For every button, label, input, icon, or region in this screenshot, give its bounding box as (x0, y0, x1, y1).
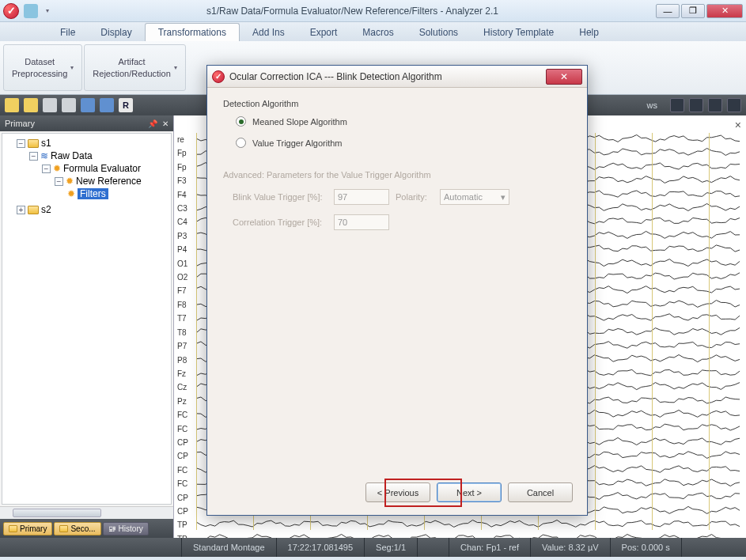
tree-node-s2[interactable]: +s2 (4, 203, 169, 216)
pin-icon[interactable]: 📌 (148, 119, 157, 128)
tree-node-new-reference[interactable]: −✹New Reference (4, 175, 169, 187)
sidebar-tab-primary[interactable]: Primary (3, 522, 52, 535)
cancel-button[interactable]: Cancel (508, 482, 573, 502)
folder-icon (9, 525, 17, 532)
toolbar-icon[interactable] (670, 98, 684, 112)
ribbon-artifact-rejection[interactable]: Artifact Rejection/Reduction▾ (84, 44, 185, 91)
toolbar-text: ws (647, 100, 657, 110)
chevron-down-icon: ▾ (174, 64, 177, 71)
dialog-ocular-correction: ✓ Ocular Correction ICA --- Blink Detect… (206, 65, 588, 516)
tab-solutions[interactable]: Solutions (407, 24, 471, 41)
folder-icon (59, 525, 68, 532)
zoom-in-icon[interactable] (43, 98, 57, 112)
maximize-button[interactable]: ❐ (681, 4, 705, 18)
sidebar-tabs: Primary Seco... 🖳History (0, 519, 173, 538)
gear-icon: ✹ (66, 176, 74, 187)
window-title: s1/Raw Data/Formula Evaluator/New Refere… (49, 6, 656, 17)
zoom-out-icon[interactable] (62, 98, 76, 112)
ribbon-dataset-preprocessing[interactable]: Dataset Preprocessing▾ (3, 44, 82, 91)
dialog-title: Ocular Correction ICA --- Blink Detectio… (229, 71, 546, 82)
dialog-close-button[interactable]: ✕ (546, 69, 582, 85)
toolbar-icon[interactable] (81, 98, 95, 112)
radio-icon[interactable] (236, 116, 246, 127)
toolbar-icon[interactable] (727, 98, 741, 112)
status-spacer (0, 538, 182, 557)
status-segment: Seg:1/1 (365, 538, 418, 557)
tab-help[interactable]: Help (566, 24, 612, 41)
advanced-title: Advanced: Parameters for the Value Trigg… (223, 170, 571, 180)
tab-display[interactable]: Display (88, 24, 144, 41)
sidebar-title: Primary (5, 119, 35, 128)
channel-labels: reFpFpF3F4C3C4P3P4O1O2F7F8T7T8P7P8FzCzPz… (177, 133, 188, 538)
blink-trigger-label: Blink Value Trigger [%]: (233, 192, 328, 202)
advanced-section: Advanced: Parameters for the Value Trigg… (223, 170, 571, 230)
close-icon[interactable]: ✕ (162, 119, 169, 128)
tab-file[interactable]: File (47, 24, 88, 41)
tree-node-rawdata[interactable]: −≋Raw Data (4, 149, 169, 162)
app-logo-icon: ✓ (212, 70, 225, 83)
expand-icon[interactable]: + (17, 206, 25, 214)
dialog-titlebar[interactable]: ✓ Ocular Correction ICA --- Blink Detect… (207, 66, 587, 88)
toolbar-icon[interactable] (708, 98, 722, 112)
eeg-close-icon[interactable]: × (735, 119, 741, 131)
toolbar-icon[interactable] (24, 98, 38, 112)
radio-meaned-slope[interactable]: Meaned Slope Algorithm (236, 116, 571, 127)
sidebar-tab-history[interactable]: 🖳History (103, 522, 149, 535)
radio-value-trigger[interactable]: Value Trigger Algorithm (236, 138, 571, 148)
ribbon-label: Artifact Rejection/Reduction (93, 56, 170, 79)
close-button[interactable]: ✕ (706, 4, 743, 18)
tree-node-formula-evaluator[interactable]: −✹Formula Evaluator (4, 162, 169, 175)
radio-label: Meaned Slope Algorithm (252, 117, 347, 127)
dialog-buttons: < Previous Next > Cancel (365, 482, 573, 502)
status-spacer (418, 538, 449, 557)
collapse-icon[interactable]: − (17, 139, 25, 148)
tab-transformations[interactable]: Transformations (145, 23, 240, 41)
tab-history-template[interactable]: History Template (471, 24, 566, 41)
tab-macros[interactable]: Macros (350, 24, 406, 41)
collapse-icon[interactable]: − (42, 165, 51, 173)
window-titlebar: ✓ ▾ s1/Raw Data/Formula Evaluator/New Re… (0, 0, 746, 22)
toolbar-r-icon[interactable]: R (119, 98, 133, 112)
history-icon: 🖳 (108, 524, 116, 533)
tab-export[interactable]: Export (297, 24, 350, 41)
correlation-trigger-label: Correlation Trigger [%]: (233, 218, 328, 227)
status-montage: Standard Montage (182, 538, 277, 557)
status-time: 17:22:17.081495 (277, 538, 365, 557)
tree-node-filters[interactable]: ✹Filters (4, 187, 169, 200)
radio-label: Value Trigger Algorithm (252, 138, 343, 148)
minimize-button[interactable]: — (656, 4, 680, 18)
collapse-icon[interactable]: − (29, 152, 38, 161)
window-controls: — ❐ ✕ (656, 4, 743, 18)
tree-node-s1[interactable]: −s1 (4, 137, 169, 149)
sidebar: Primary 📌 ✕ −s1 −≋Raw Data −✹Formula Eva… (0, 115, 174, 538)
toolbar-icon[interactable] (5, 98, 19, 112)
sidebar-header: Primary 📌 ✕ (0, 115, 173, 131)
blink-trigger-input (334, 189, 389, 205)
gear-icon: ✹ (67, 188, 75, 199)
correlation-trigger-input (334, 214, 389, 230)
next-button[interactable]: Next > (437, 482, 502, 502)
sidebar-tab-secondary[interactable]: Seco... (54, 522, 100, 535)
folder-icon (28, 206, 39, 214)
chevron-down-icon: ▾ (501, 192, 506, 202)
dialog-body: Detection Algorithm Meaned Slope Algorit… (207, 88, 587, 241)
group-label: Detection Algorithm (223, 99, 571, 108)
history-tree[interactable]: −s1 −≋Raw Data −✹Formula Evaluator −✹New… (2, 133, 172, 505)
gear-icon: ✹ (53, 163, 61, 174)
previous-button[interactable]: < Previous (365, 482, 430, 502)
qat-button[interactable] (24, 4, 38, 18)
status-value: Value: 8.32 µV (531, 538, 611, 557)
sidebar-scrollbar[interactable] (0, 506, 173, 519)
folder-icon (28, 139, 39, 148)
status-bar: Standard Montage 17:22:17.081495 Seg:1/1… (0, 538, 746, 557)
toolbar-icon[interactable] (689, 98, 703, 112)
tab-addins[interactable]: Add Ins (240, 24, 297, 41)
collapse-icon[interactable]: − (55, 177, 63, 186)
status-position: Pos: 0.000 s (611, 538, 682, 557)
toolbar-icon[interactable] (100, 98, 114, 112)
quick-access-toolbar: ▾ (24, 4, 49, 18)
radio-icon[interactable] (236, 138, 246, 148)
ribbon-label: Dataset Preprocessing (12, 56, 67, 79)
app-logo-icon: ✓ (3, 3, 19, 19)
status-channel: Chan: Fp1 - ref (449, 538, 531, 557)
